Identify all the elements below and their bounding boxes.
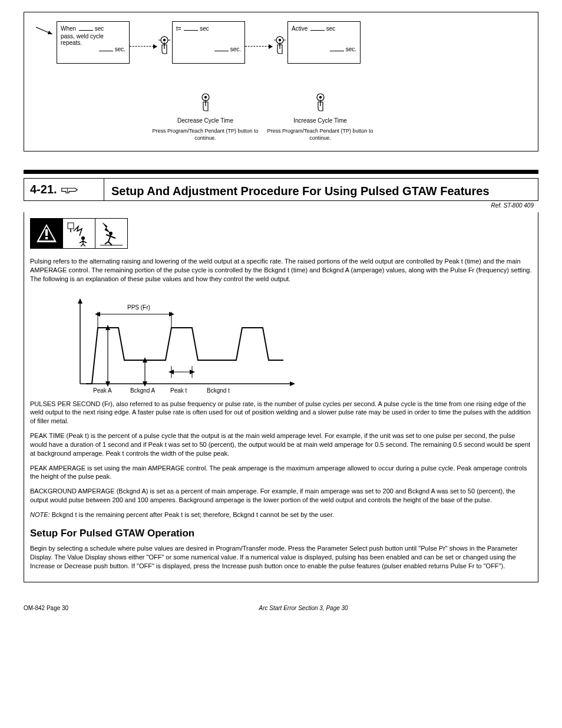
button-note-1: Press Program/Teach Pendant (TP) button …: [148, 128, 263, 141]
hazard-icons-row: [30, 218, 532, 249]
svg-line-39: [105, 242, 108, 244]
svg-line-33: [81, 244, 83, 246]
note-text: Bckgnd t is the remaining percent after …: [52, 511, 334, 518]
flow-display-3: Active sec sec.: [287, 21, 361, 64]
box3-sec: sec: [326, 25, 336, 32]
box2-t: t=: [176, 25, 181, 32]
svg-point-20: [319, 96, 321, 98]
svg-line-34: [83, 244, 85, 246]
box1-line2: pass, weld cycle: [61, 33, 125, 39]
note-label: NOTE:: [30, 511, 50, 518]
svg-line-40: [108, 242, 112, 245]
svg-rect-26: [45, 237, 48, 239]
paragraph-3: PEAK TIME (Peak t) is the percent of a p…: [30, 431, 532, 458]
button-note-2: Press Program/Teach Pendant (TP) button …: [263, 128, 378, 141]
main-content: Pulsing refers to the alternating raisin…: [24, 212, 538, 582]
connector-2: [245, 36, 287, 56]
press-icon-1[interactable]: [157, 36, 172, 56]
page-footer: OM-842 Page 30 Arc Start Error Section 3…: [24, 605, 538, 611]
connector-1: [130, 36, 172, 56]
svg-text:Peak A: Peak A: [93, 387, 112, 394]
section-divider: [24, 170, 538, 174]
box2-sec2: sec.: [230, 46, 241, 52]
entry-arrow: [36, 21, 57, 45]
svg-rect-25: [45, 229, 48, 236]
flow-display-1: When sec pass, weld cycle repeats. sec.: [57, 21, 130, 64]
paragraph-2: PULSES PER SECOND (Fr), also referred to…: [30, 400, 532, 426]
svg-text:Bckgnd t: Bckgnd t: [207, 387, 230, 394]
pulse-waveform-diagram: PPS (Fr) Peak A Bckgnd A Peak t Bckgnd t: [59, 295, 532, 400]
shock-hazard-icon: [62, 218, 95, 249]
footer-center: Arc Start Error Section 3, Page 30: [259, 605, 348, 611]
box1-sec: sec: [95, 25, 104, 32]
svg-line-32: [83, 241, 87, 243]
press-icon-2[interactable]: [272, 36, 287, 56]
paragraph-4: PEAK AMPERAGE is set using the main AMPE…: [30, 464, 532, 482]
svg-point-35: [109, 232, 113, 235]
decrease-label: Decrease Cycle Time: [148, 117, 263, 124]
svg-text:Peak t: Peak t: [170, 387, 187, 394]
svg-point-29: [81, 236, 85, 240]
svg-point-10: [279, 39, 281, 41]
box3-active: Active: [292, 25, 308, 32]
box1-repeats: repeats.: [61, 39, 82, 46]
pointing-hand-icon: [61, 185, 78, 195]
svg-rect-27: [68, 223, 74, 229]
svg-line-31: [80, 241, 83, 243]
paragraph-5: BACKGROUND AMPERAGE (Bckgnd A) is set as…: [30, 487, 532, 505]
warning-icon: [30, 218, 63, 249]
increase-label: Increase Cycle Time: [263, 117, 378, 124]
svg-marker-43: [78, 298, 82, 304]
flow-below-labels: Decrease Cycle Time Press Program/Teach …: [57, 93, 532, 141]
box1-sec2: sec.: [115, 46, 125, 52]
svg-text:PPS (Fr): PPS (Fr): [127, 304, 150, 311]
ref-note: Ref. ST-800 409: [24, 202, 538, 209]
svg-marker-1: [48, 31, 52, 34]
svg-point-3: [163, 39, 166, 41]
svg-marker-45: [290, 381, 295, 386]
flow-display-2: t= sec sec.: [172, 21, 245, 64]
flow-diagram-container: When sec pass, weld cycle repeats. sec. …: [24, 12, 538, 151]
box1-when: When: [61, 25, 76, 32]
press-icon-3[interactable]: [198, 93, 213, 113]
subsection-header: 4-21. Setup And Adjustment Procedure For…: [24, 178, 538, 201]
box2-sec: sec: [200, 25, 209, 32]
press-icon-4[interactable]: [313, 93, 328, 113]
falling-hazard-icon: [95, 218, 128, 249]
subsection-title: Setup And Adjustment Procedure For Using…: [104, 179, 538, 200]
setup-paragraph: Begin by selecting a schedule where puls…: [30, 544, 532, 571]
setup-heading: Setup For Pulsed GTAW Operation: [30, 528, 532, 539]
svg-line-38: [111, 236, 115, 238]
svg-point-17: [204, 96, 206, 98]
svg-text:Bckgnd A: Bckgnd A: [130, 387, 156, 394]
section-number: 4-21.: [30, 183, 57, 196]
box3-sec2: sec.: [346, 46, 356, 52]
paragraph-1: Pulsing refers to the alternating raisin…: [30, 257, 532, 284]
footer-left: OM-842 Page 30: [24, 605, 68, 611]
